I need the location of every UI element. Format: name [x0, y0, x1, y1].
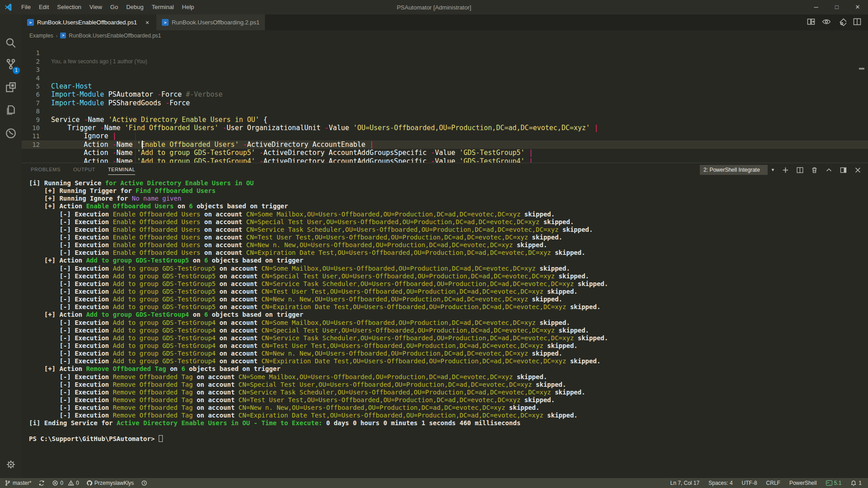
terminal-line: [-] Execution Enable Offboarded Users on… [29, 241, 868, 249]
split-terminal-icon[interactable] [796, 166, 804, 174]
terminal-line: [+] Running Trigger for Find Offboarded … [29, 187, 868, 195]
code-line[interactable]: Import-Module PSSharedGoods -Force [51, 99, 868, 107]
terminal-line: [-] Execution Add to group GDS-TestGroup… [29, 265, 868, 272]
git-branch-indicator[interactable]: master* [5, 480, 31, 486]
menu-help[interactable]: Help [178, 0, 198, 14]
branch-name: master* [13, 480, 31, 486]
line-number: 2 [22, 57, 40, 66]
terminal-line: [-] Execution Enable Offboarded Users on… [29, 249, 868, 257]
editor-tabs: >RunBook.UsersEnableOffboarded.ps1×>RunB… [22, 14, 868, 30]
code-content[interactable]: You, a few seconds ago | 1 author (You) … [51, 41, 868, 163]
dial-icon[interactable] [0, 122, 22, 144]
menu-selection[interactable]: Selection [53, 0, 85, 14]
problems-indicator[interactable]: 0 0 [52, 480, 79, 486]
search-icon[interactable] [0, 32, 22, 54]
menu-terminal[interactable]: Terminal [147, 0, 178, 14]
panel-tab-output[interactable]: OUTPUT [73, 167, 95, 175]
split-editor-icon[interactable] [853, 17, 862, 26]
tab-RunBook.UsersOffboarding.2.ps1[interactable]: >RunBook.UsersOffboarding.2.ps1 [156, 14, 265, 30]
sync-icon[interactable] [38, 480, 45, 486]
menu-edit[interactable]: Edit [35, 0, 53, 14]
close-button[interactable]: ✕ [847, 0, 868, 14]
terminal-line: [-] Execution Add to group GDS-TestGroup… [29, 303, 868, 311]
notifications-bell[interactable]: 1 [850, 480, 862, 486]
powershell-file-icon: > [60, 33, 66, 38]
terminal-line: [-] Execution Remove Offboarded Tag on a… [29, 389, 868, 396]
code-line[interactable]: Import-Module PSAutomator -Force #-Verbo… [51, 90, 868, 99]
pages-icon[interactable] [0, 99, 22, 121]
open-changes-icon[interactable] [807, 17, 816, 26]
menu-view[interactable]: View [85, 0, 106, 14]
breadcrumb[interactable]: Examples › > RunBook.UsersEnableOffboard… [22, 30, 868, 41]
terminal-line: [-] Execution Remove Offboarded Tag on a… [29, 404, 868, 412]
gitlens-icon[interactable] [837, 17, 846, 26]
terminal-line: [-] Execution Add to group GDS-TestGroup… [29, 357, 868, 365]
extensions-icon[interactable] [0, 76, 22, 98]
menu-debug[interactable]: Debug [122, 0, 147, 14]
panel-tab-problems[interactable]: PROBLEMS [31, 167, 61, 175]
terminal-line [29, 427, 868, 435]
terminal-line: [-] Execution Add to group GDS-TestGroup… [29, 319, 868, 327]
terminal-output[interactable]: [i] Running Service for Active Directory… [29, 179, 868, 478]
terminal-line: [-] Execution Remove Offboarded Tag on a… [29, 373, 868, 381]
menu-go[interactable]: Go [106, 0, 122, 14]
code-line[interactable]: Action -Name 'Add to group GDS-TestGroup… [51, 157, 868, 163]
editor-actions [807, 17, 862, 26]
terminal-line: [-] Execution Add to group GDS-TestGroup… [29, 296, 868, 303]
code-line[interactable]: Ignore | [51, 132, 868, 140]
panel-tabs: PROBLEMSOUTPUTTERMINAL [31, 167, 135, 175]
terminal-line: [-] Execution Add to group GDS-TestGroup… [29, 342, 868, 350]
kill-terminal-icon[interactable] [811, 166, 818, 174]
encoding[interactable]: UTF-8 [742, 480, 757, 486]
indentation[interactable]: Spaces: 4 [708, 480, 732, 486]
breadcrumb-file[interactable]: RunBook.UsersEnableOffboarded.ps1 [69, 33, 161, 39]
close-panel-icon[interactable] [854, 166, 862, 174]
panel-tab-terminal[interactable]: TERMINAL [108, 167, 135, 175]
powershell-version: 5.1 [834, 480, 842, 486]
bell-icon [850, 480, 857, 486]
code-line[interactable]: Clear-Host [51, 82, 868, 90]
github-account[interactable]: PrzemyslawKlys [86, 480, 134, 486]
window-controls: ─ □ ✕ [806, 0, 868, 14]
terminal-line: [i] Running Service for Active Directory… [29, 179, 868, 187]
maximize-panel-icon[interactable] [825, 166, 833, 174]
powershell-session-indicator[interactable]: >_ 5.1 [826, 480, 842, 486]
text-cursor [142, 141, 143, 149]
close-tab-icon[interactable]: × [144, 19, 151, 26]
toggle-blame-eye-icon[interactable] [822, 17, 831, 26]
github-username: PrzemyslawKlys [94, 480, 134, 486]
indent-guide [135, 132, 136, 163]
panel-actions: 2: PowerShell Integrate ▼ [700, 165, 862, 175]
minimize-button[interactable]: ─ [806, 0, 826, 14]
code-line[interactable]: Action -Name 'Add to group GDS-TestGroup… [51, 149, 868, 157]
menu-bar: FileEditSelectionViewGoDebugTerminalHelp [17, 0, 198, 14]
breadcrumb-folder[interactable]: Examples [29, 33, 53, 39]
tab-label: RunBook.UsersOffboarding.2.ps1 [172, 19, 259, 26]
line-number: 9 [22, 116, 40, 124]
history-clock-icon[interactable] [141, 480, 147, 486]
toggle-panel-icon[interactable] [840, 166, 847, 174]
terminal-prompt[interactable]: PS C:\Support\GitHub\PSAutomator> [29, 435, 868, 443]
settings-gear-icon[interactable] [0, 455, 22, 474]
eol[interactable]: CRLF [766, 480, 780, 486]
terminal-line: [+] Action Add to group GDS-TestGroup5 o… [29, 257, 868, 264]
code-line[interactable]: Action -Name 'Enable Offboarded Users' -… [51, 141, 868, 149]
code-line[interactable]: Service -Name 'Active Directory Enable U… [51, 116, 868, 124]
menu-file[interactable]: File [17, 0, 35, 14]
code-line[interactable] [51, 107, 868, 115]
source-control-icon[interactable]: 1 [0, 53, 22, 75]
notification-count: 1 [859, 480, 862, 486]
cursor-position[interactable]: Ln 7, Col 17 [670, 480, 699, 486]
code-editor[interactable]: 123456789101112 You, a few seconds ago |… [22, 41, 868, 163]
tab-RunBook.UsersEnableOffboarded.ps1[interactable]: >RunBook.UsersEnableOffboarded.ps1× [22, 14, 156, 30]
terminal-line: [+] Action Add to group GDS-TestGroup4 o… [29, 311, 868, 319]
line-number: 5 [22, 82, 40, 90]
maximize-button[interactable]: □ [826, 0, 847, 14]
language-mode[interactable]: PowerShell [789, 480, 817, 486]
code-line[interactable]: Trigger -Name 'Find Offboarded Users' -U… [51, 124, 868, 132]
gitlens-blame-annotation: You, a few seconds ago | 1 author (You) [51, 57, 868, 66]
terminal-selector[interactable]: 2: PowerShell Integrate [700, 165, 768, 175]
github-icon [86, 480, 93, 486]
new-terminal-icon[interactable] [782, 166, 789, 174]
line-number: 3 [22, 66, 40, 74]
